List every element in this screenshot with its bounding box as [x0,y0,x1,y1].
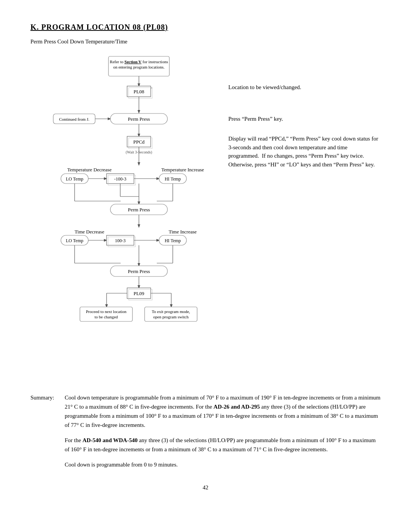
subtitle: Perm Press Cool Down Temperature/Time [30,38,381,45]
svg-text:open program switch: open program switch [153,315,189,319]
ppcd-label: PPCd [133,139,145,145]
continued-from-label: Continued from J. [59,117,89,121]
temp-increase-label: Temperature Increase [161,167,204,173]
pl09-label: PL09 [134,291,144,296]
annotation-1: Location to be viewed/changed. [228,83,381,92]
main-layout: Refer to Section V for instructions on e… [30,53,381,382]
hi-temp-1-label: HI Temp [165,176,181,182]
annotation-2: Press “Perm Press” key. [228,115,381,123]
summary-text-2: For the AD-540 and WDA-540 any three (3)… [65,436,381,454]
bold-ad540: AD-540 and WDA-540 [83,437,138,443]
time-decrease-label: Time Decrease [75,229,104,235]
svg-text:Refer to Section V for instruc: Refer to Section V for instructions [110,59,168,64]
proceed-label: Proceed to next location [86,309,127,314]
annotation-3: Display will read “PPCd,” “Perm Press” k… [228,134,381,169]
page-title: K. PROGRAM LOCATION 08 (PL08) [30,23,381,32]
temp-decrease-label: Temperature Decrease [67,167,112,173]
bold-ad26: AD-26 and AD-295 [213,404,260,410]
perm-press-2-label: Perm Press [128,207,150,212]
pl08-label: PL08 [134,89,144,94]
hi-temp-2-label: HI Temp [165,238,181,243]
annotations-area: Location to be viewed/changed. Press “Pe… [217,53,381,382]
svg-text:to be changed: to be changed [94,315,118,319]
lo-temp-1-label: LO Temp [66,176,83,182]
to-exit-label: To exit program mode, [152,309,190,314]
summary-row-2: For the AD-540 and WDA-540 any three (3)… [65,436,381,454]
summary-section: Summary: Cool down temperature is progra… [30,393,381,469]
summary-row-1: Summary: Cool down temperature is progra… [30,393,381,430]
summary-label: Summary: [30,393,61,430]
time-increase-label: Time Increase [169,229,197,235]
svg-text:on entering program locations.: on entering program locations. [113,65,164,69]
perm-press-1-label: Perm Press [128,116,150,122]
pos-value-label: 100-3 [115,238,126,243]
summary-text-3: Cool down is programmable from 0 to 9 mi… [65,460,381,469]
summary-row-3: Cool down is programmable from 0 to 9 mi… [65,460,381,469]
lo-temp-2-label: LO Temp [66,238,83,243]
perm-press-3-label: Perm Press [128,268,150,274]
summary-text-1: Cool down temperature is programmable fr… [65,393,381,430]
flowchart-area: Refer to Section V for instructions on e… [30,53,217,382]
page-number: 42 [30,484,381,491]
neg-value-label: -100-3 [114,176,126,182]
